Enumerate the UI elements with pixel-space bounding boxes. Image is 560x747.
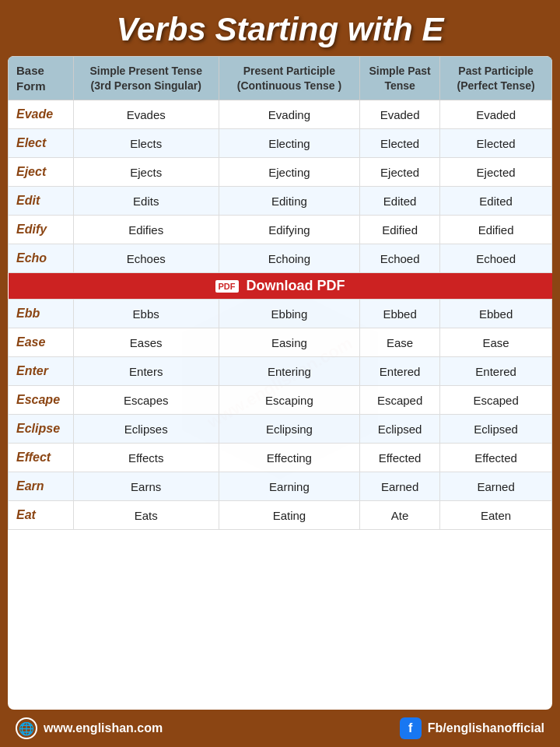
verb-cell: Edits: [73, 187, 219, 216]
verb-cell: Electing: [219, 129, 359, 158]
verb-cell: Entered: [360, 357, 440, 386]
header-base-form: Base Form: [9, 57, 74, 100]
verb-cell: Easing: [219, 328, 359, 357]
base-form-cell: Eject: [9, 158, 74, 187]
download-label: Download PDF: [247, 278, 345, 294]
verb-cell: Effected: [440, 444, 552, 472]
verb-cell: Entered: [440, 357, 552, 386]
verb-cell: Earns: [73, 472, 219, 501]
verb-cell: Ebbing: [219, 300, 359, 328]
base-form-cell: Enter: [9, 357, 74, 386]
globe-icon: 🌐: [16, 717, 37, 739]
footer: 🌐 www.englishan.com f Fb/englishanoffici…: [0, 710, 560, 747]
footer-facebook: f Fb/englishanofficial: [400, 717, 544, 739]
base-form-cell: Edit: [9, 187, 74, 216]
base-form-cell: Echo: [9, 244, 74, 273]
verb-cell: Evades: [73, 100, 219, 129]
main-content: www.englishan.com Base Form Simple Prese…: [8, 56, 552, 710]
table-row: EbbEbbsEbbingEbbedEbbed: [9, 300, 552, 328]
verb-cell: Eases: [73, 328, 219, 357]
verb-cell: Effects: [73, 444, 219, 472]
verb-cell: Effecting: [219, 444, 359, 472]
verb-cell: Ejects: [73, 158, 219, 187]
verb-cell: Edifies: [73, 216, 219, 244]
table-row: EaseEasesEasingEaseEase: [9, 328, 552, 357]
base-form-cell: Escape: [9, 386, 74, 415]
verb-cell: Escaped: [360, 386, 440, 415]
verb-cell: Ate: [360, 501, 440, 530]
verb-cell: Echoing: [219, 244, 359, 273]
verb-cell: Editing: [219, 187, 359, 216]
facebook-icon: f: [400, 717, 422, 739]
pdf-icon: PDF: [215, 280, 239, 293]
verb-cell: Earned: [360, 472, 440, 501]
verb-cell: Ebbs: [73, 300, 219, 328]
verb-cell: Edited: [440, 187, 552, 216]
table-body: EvadeEvadesEvadingEvadedEvadedElectElect…: [9, 100, 552, 530]
verb-cell: Eats: [73, 501, 219, 530]
table-row: ElectElectsElectingElectedElected: [9, 129, 552, 158]
verb-cell: Edified: [440, 216, 552, 244]
header-present-participle: Present Participle (Continuous Tense ): [219, 57, 359, 100]
verb-cell: Evaded: [360, 100, 440, 129]
verb-cell: Escapes: [73, 386, 219, 415]
facebook-text: Fb/englishanofficial: [428, 721, 544, 735]
base-form-cell: Ebb: [9, 300, 74, 328]
download-banner[interactable]: PDF Download PDF: [9, 273, 552, 299]
title-bar: Verbs Starting with E: [0, 0, 560, 56]
table-row: EatEatsEatingAteEaten: [9, 501, 552, 530]
verb-cell: Entering: [219, 357, 359, 386]
table-row: EscapeEscapesEscapingEscapedEscaped: [9, 386, 552, 415]
table-row: EffectEffectsEffectingEffectedEffected: [9, 444, 552, 472]
table-row: EnterEntersEnteringEnteredEntered: [9, 357, 552, 386]
verb-cell: Eclipsing: [219, 415, 359, 444]
header-past-participle: Past Participle (Perfect Tense): [440, 57, 552, 100]
verb-cell: Elected: [360, 129, 440, 158]
table-row: EarnEarnsEarningEarnedEarned: [9, 472, 552, 501]
header-simple-present: Simple Present Tense (3rd Person Singula…: [73, 57, 219, 100]
verb-cell: Eclipsed: [360, 415, 440, 444]
verb-cell: Ease: [440, 328, 552, 357]
table-row: EditEditsEditingEditedEdited: [9, 187, 552, 216]
base-form-cell: Edify: [9, 216, 74, 244]
verb-cell: Escaping: [219, 386, 359, 415]
verb-cell: Effected: [360, 444, 440, 472]
footer-website: 🌐 www.englishan.com: [16, 717, 163, 739]
verb-cell: Edifying: [219, 216, 359, 244]
base-form-cell: Elect: [9, 129, 74, 158]
table-row: EclipseEclipsesEclipsingEclipsedEclipsed: [9, 415, 552, 444]
base-form-cell: Evade: [9, 100, 74, 129]
verb-cell: Ebbed: [360, 300, 440, 328]
base-form-cell: Effect: [9, 444, 74, 472]
verb-cell: Echoed: [360, 244, 440, 273]
verb-cell: Echoed: [440, 244, 552, 273]
verb-cell: Eclipsed: [440, 415, 552, 444]
verb-cell: Elects: [73, 129, 219, 158]
table-row: EdifyEdifiesEdifyingEdifiedEdified: [9, 216, 552, 244]
verb-cell: Ebbed: [440, 300, 552, 328]
verb-cell: Elected: [440, 129, 552, 158]
header-simple-past: Simple Past Tense: [360, 57, 440, 100]
verb-cell: Edited: [360, 187, 440, 216]
verb-cell: Escaped: [440, 386, 552, 415]
verb-cell: Evaded: [440, 100, 552, 129]
verb-cell: Ease: [360, 328, 440, 357]
table-row: EvadeEvadesEvadingEvadedEvaded: [9, 100, 552, 129]
verb-cell: Eaten: [440, 501, 552, 530]
base-form-cell: Ease: [9, 328, 74, 357]
base-form-cell: Eclipse: [9, 415, 74, 444]
verb-cell: Eclipses: [73, 415, 219, 444]
verb-cell: Earning: [219, 472, 359, 501]
verb-cell: Evading: [219, 100, 359, 129]
verb-cell: Ejected: [440, 158, 552, 187]
verb-cell: Enters: [73, 357, 219, 386]
verb-cell: Echoes: [73, 244, 219, 273]
verb-cell: Ejecting: [219, 158, 359, 187]
table-header-row: Base Form Simple Present Tense (3rd Pers…: [9, 57, 552, 100]
download-banner-row: PDF Download PDF: [9, 273, 552, 300]
base-form-cell: Eat: [9, 501, 74, 530]
verbs-table: Base Form Simple Present Tense (3rd Pers…: [8, 56, 552, 530]
verb-cell: Edified: [360, 216, 440, 244]
verb-cell: Earned: [440, 472, 552, 501]
table-row: EchoEchoesEchoingEchoedEchoed: [9, 244, 552, 273]
